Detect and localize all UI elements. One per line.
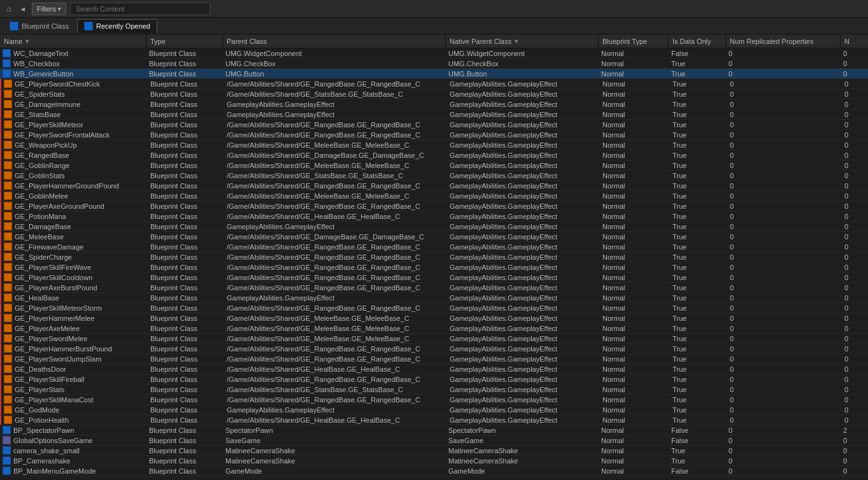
table-row[interactable]: GE_MeleeBase Blueprint Class /Game/Abili… bbox=[0, 232, 868, 242]
col-header-n[interactable]: N bbox=[841, 34, 868, 48]
parent-text: UMG.CheckBox bbox=[225, 60, 276, 67]
native-text: GameplayAbilities.GameplayEffect bbox=[450, 90, 557, 98]
cell-n: 0 bbox=[842, 120, 868, 129]
cell-parent: UMG.Button bbox=[223, 69, 446, 78]
cell-bp-type: Normal bbox=[600, 283, 670, 292]
cell-bp-type: Normal bbox=[600, 120, 670, 129]
replicated-text: 0 bbox=[730, 213, 734, 220]
filters-button[interactable]: Filters ▾ bbox=[32, 3, 66, 15]
cell-parent: /Game/Abilities/Shared/GE_RangedBase.GE_… bbox=[224, 272, 447, 282]
table-row[interactable]: GE_GoblinRange Blueprint Class /Game/Abi… bbox=[0, 160, 868, 171]
table-row[interactable]: GE_PlayerHammerBurstPound Blueprint Clas… bbox=[0, 344, 868, 354]
table-row[interactable]: GE_GodMode Blueprint Class GameplayAbili… bbox=[0, 405, 868, 415]
table-row[interactable]: GE_PlayerAxeBurstPound Blueprint Class /… bbox=[0, 283, 868, 293]
table-row[interactable]: GE_PlayerSkillFireball Blueprint Class /… bbox=[0, 374, 868, 385]
name-text: GE_PotionHealth bbox=[15, 416, 69, 424]
cell-type: Blueprint Class bbox=[148, 344, 224, 353]
table-row[interactable]: GE_PlayerStats Blueprint Class /Game/Abi… bbox=[0, 385, 868, 395]
type-text: Blueprint Class bbox=[150, 304, 197, 312]
table-row[interactable]: GE_PlayerHammerGroundPound Blueprint Cla… bbox=[0, 181, 868, 191]
table-row[interactable]: GE_PlayerSwordFrontalAttack Blueprint Cl… bbox=[0, 130, 868, 140]
bp-type-text: Normal bbox=[602, 162, 625, 169]
tab-recently-opened[interactable]: Recently Opened bbox=[77, 19, 157, 33]
cell-n: 0 bbox=[842, 232, 868, 241]
n-text: 0 bbox=[844, 376, 848, 383]
table-row[interactable]: GE_WeaponPickUp Blueprint Class /Game/Ab… bbox=[0, 140, 868, 150]
cell-n: 0 bbox=[842, 313, 868, 323]
cell-data-only: True bbox=[670, 293, 727, 302]
cell-bp-type: Normal bbox=[600, 130, 670, 139]
table-row[interactable]: WB_GenericButton Blueprint Class UMG.But… bbox=[0, 69, 868, 79]
table-row[interactable]: GE_FirewaveDamage Blueprint Class /Game/… bbox=[0, 242, 868, 252]
table-row[interactable]: GE_PlayerSwordJumpSlam Blueprint Class /… bbox=[0, 354, 868, 364]
table-row[interactable]: GE_RangedBase Blueprint Class /Game/Abil… bbox=[0, 150, 868, 160]
cell-replicated: 0 bbox=[726, 425, 841, 435]
table-row[interactable]: GE_PlayerSkillMeteor Blueprint Class /Ga… bbox=[0, 120, 868, 130]
cell-parent: GameMode bbox=[223, 466, 446, 476]
table-row[interactable]: GE_PlayerSkillFireWave Blueprint Class /… bbox=[0, 262, 868, 272]
data-only-text: True bbox=[672, 192, 687, 200]
table-row[interactable]: BP_Camerashake Blueprint Class MatineeCa… bbox=[0, 456, 868, 466]
cell-parent: UMG.CheckBox bbox=[223, 59, 446, 68]
n-text: 0 bbox=[844, 406, 848, 414]
name-text: GE_GoblinRange bbox=[15, 162, 69, 169]
replicated-text: 0 bbox=[730, 111, 734, 118]
type-text: Blueprint Class bbox=[149, 427, 196, 434]
gameplay-effect-icon bbox=[4, 375, 12, 383]
col-header-native[interactable]: Native Parent Class ▼ bbox=[446, 34, 599, 48]
cell-type: Blueprint Class bbox=[148, 120, 224, 129]
search-input[interactable] bbox=[70, 3, 210, 15]
col-header-replicated[interactable]: Num Replicated Properties bbox=[726, 34, 841, 48]
table-row[interactable]: WC_DamageText Blueprint Class UMG.Widget… bbox=[0, 48, 868, 59]
table-row[interactable]: camera_shake_small Blueprint Class Matin… bbox=[0, 446, 868, 456]
table-row[interactable]: GE_DeathsDoor Blueprint Class /Game/Abil… bbox=[0, 364, 868, 374]
cell-replicated: 0 bbox=[727, 293, 842, 302]
table-row[interactable]: GE_PotionHealth Blueprint Class /Game/Ab… bbox=[0, 415, 868, 425]
type-text: Blueprint Class bbox=[150, 121, 197, 129]
table-row[interactable]: GE_PlayerSkillMeteorStorm Blueprint Clas… bbox=[0, 303, 868, 313]
table-row[interactable]: GE_PlayerSkillCooldown Blueprint Class /… bbox=[0, 272, 868, 283]
table-row[interactable]: GE_PlayerSwordMelee Blueprint Class /Gam… bbox=[0, 334, 868, 344]
table-row[interactable]: WB_Checkbox Blueprint Class UMG.CheckBox… bbox=[0, 59, 868, 69]
table-row[interactable]: BP_MainMenuGameMode Blueprint Class Game… bbox=[0, 466, 868, 476]
table-row[interactable]: GE_GoblinStats Blueprint Class /Game/Abi… bbox=[0, 171, 868, 181]
table-row[interactable]: GE_PlayerSwordChestKick Blueprint Class … bbox=[0, 79, 868, 89]
cell-data-only: True bbox=[670, 89, 727, 99]
cell-type: Blueprint Class bbox=[148, 374, 224, 384]
table-row[interactable]: GE_SpiderCharge Blueprint Class /Game/Ab… bbox=[0, 252, 868, 262]
table-row[interactable]: GE_PlayerAxeMelee Blueprint Class /Game/… bbox=[0, 323, 868, 334]
name-text: GE_PlayerSkillMeteorStorm bbox=[15, 304, 102, 312]
replicated-text: 0 bbox=[730, 264, 734, 271]
col-header-parent[interactable]: Parent Class bbox=[223, 34, 446, 48]
col-header-name[interactable]: Name ▼ bbox=[0, 34, 146, 48]
data-only-text: True bbox=[672, 376, 687, 383]
table-row[interactable]: GE_SpiderStats Blueprint Class /Game/Abi… bbox=[0, 89, 868, 99]
table-row[interactable]: GE_GoblinMelee Blueprint Class /Game/Abi… bbox=[0, 191, 868, 201]
table-row[interactable]: GE_PlayerAxeGroundPound Blueprint Class … bbox=[0, 201, 868, 211]
table-row[interactable]: GE_StatsBase Blueprint Class GameplayAbi… bbox=[0, 109, 868, 120]
cell-data-only: True bbox=[670, 354, 727, 364]
table-row[interactable]: GE_PlayerSkillManaCost Blueprint Class /… bbox=[0, 395, 868, 405]
table-row[interactable]: GE_DamageImmune Blueprint Class Gameplay… bbox=[0, 99, 868, 109]
n-text: 2 bbox=[843, 427, 847, 434]
table-row[interactable]: GE_PlayerHammerMelee Blueprint Class /Ga… bbox=[0, 313, 868, 323]
tab-blueprint-class[interactable]: Blueprint Class bbox=[3, 19, 76, 33]
col-header-type[interactable]: Type bbox=[146, 34, 223, 48]
cell-parent: SpectatorPawn bbox=[223, 425, 446, 435]
name-text: WC_DamageText bbox=[13, 50, 68, 57]
type-text: Blueprint Class bbox=[149, 437, 196, 444]
cell-type: Blueprint Class bbox=[148, 354, 224, 364]
native-text: GameplayAbilities.GameplayEffect bbox=[450, 345, 557, 353]
table-row[interactable]: GE_DamageBase Blueprint Class GameplayAb… bbox=[0, 222, 868, 232]
col-header-bp-type[interactable]: Blueprint Type bbox=[599, 34, 669, 48]
table-row[interactable]: GE_HealBase Blueprint Class GameplayAbil… bbox=[0, 293, 868, 303]
cell-n: 0 bbox=[842, 222, 868, 231]
table-row[interactable]: GlobalOptionsSaveGame Blueprint Class Sa… bbox=[0, 435, 868, 446]
table-row[interactable]: BP_SpectatorPawn Blueprint Class Spectat… bbox=[0, 425, 868, 435]
cell-bp-type: Normal bbox=[600, 79, 670, 88]
table-row[interactable]: GE_PotionMana Blueprint Class /Game/Abil… bbox=[0, 211, 868, 222]
col-header-data-only[interactable]: Is Data Only bbox=[669, 34, 726, 48]
native-text: GameplayAbilities.GameplayEffect bbox=[450, 172, 557, 180]
parent-text: /Game/Abilities/Shared/GE_DamageBase.GE_… bbox=[227, 233, 424, 241]
cell-bp-type: Normal bbox=[600, 252, 670, 262]
